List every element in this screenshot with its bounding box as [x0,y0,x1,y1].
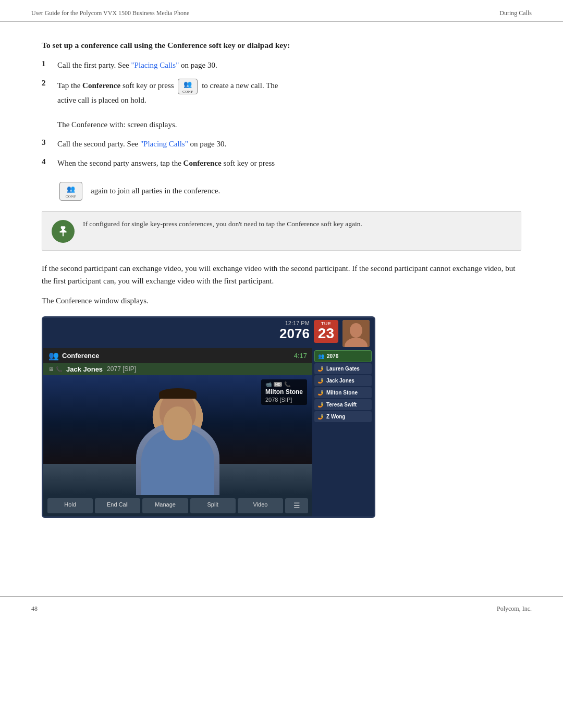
step-4-bold: Conference [183,159,222,167]
phone-time: 12:17 PM [285,320,310,326]
phone-call-icon: 📞 [56,366,62,372]
step-4-text-before: When the second party answers, tap the [57,159,183,167]
contact-name-lauren: Lauren Gates [326,366,360,372]
body [136,422,219,495]
step-num-1: 1 [42,59,50,68]
header-right: During Calls [499,9,532,17]
second-caller-icons: 📹 HD 📞 [265,381,290,387]
step-4-subtext: again to join all parties in the confere… [91,185,220,197]
step-2-subtext: active call is placed on hold. [57,96,146,104]
contact-teresa[interactable]: 🤳 Teresa Swift [314,399,372,410]
step-1: 1 Call the first party. See "Placing Cal… [42,59,521,71]
step-2-text-mid: soft key or press [120,82,174,90]
body-para-1: If the second participant can exchange v… [42,262,521,287]
manage-button[interactable]: Manage [142,498,188,513]
contact-icon-milton: 🤳 [317,390,324,396]
video-button[interactable]: Video [238,498,283,513]
caller-1-num: 2077 [SIP] [107,365,136,373]
day-num: 23 [318,326,334,341]
status-date-box: Tue 23 [314,320,338,343]
step-1-text-after: on page 30. [179,61,217,69]
contact-wong[interactable]: 🤳 Z Wong [314,411,372,422]
conference-bar: 👥 Conference 4:17 [43,348,312,363]
header-left: User Guide for the Polycom VVX 1500 Busi… [31,9,189,17]
contact-2076[interactable]: 👥 2076 [314,350,372,362]
caller-1-name: Jack Jones [66,365,103,373]
screen-share-icon: 🖥 [48,366,54,372]
phone-status-bar: 12:17 PM 2076 Tue 23 [43,318,374,348]
step-1-link[interactable]: "Placing Calls" [131,61,179,69]
pin-svg [56,225,70,238]
steps-list: 1 Call the first party. See "Placing Cal… [42,59,521,201]
contact-jack[interactable]: 🤳 Jack Jones [314,375,372,386]
company-name: Polycom, Inc. [497,605,532,613]
contact-milton[interactable]: 🤳 Milton Stone [314,387,372,398]
conference-icon: 👥 [48,351,59,361]
caller-1-icons: 🖥 📞 [48,366,62,372]
hd-icon: 📹 [265,381,272,387]
step-4: 4 When the second party answers, tap the… [42,157,521,201]
phone-main-area: 👥 Conference 4:17 🖥 📞 Jack Jones 2077 [S… [43,348,374,516]
pin-icon [52,220,75,243]
avatar-svg [342,320,370,347]
step-1-text-before: Call the first party. See [57,61,131,69]
contact-icon-teresa: 🤳 [317,402,324,408]
caller-1-bar: 🖥 📞 Jack Jones 2077 [SIP] [43,363,312,375]
contact-name-wong: Z Wong [326,414,345,419]
phone-ext: 2076 [279,326,310,341]
end-call-button[interactable]: End Call [95,498,140,513]
step-2-subtext2: The Conference with: screen displays. [57,120,177,129]
step-num-3: 3 [42,138,50,147]
caller-2-num: 2078 [SIP] [265,397,292,403]
step-num-2: 2 [42,79,50,88]
page-header: User Guide for the Polycom VVX 1500 Busi… [0,0,563,22]
step-1-content: Call the first party. See "Placing Calls… [57,59,521,71]
step-3-link[interactable]: "Placing Calls" [140,140,188,148]
conf-timer: 4:17 [294,352,307,360]
main-content: To set up a conference call using the Co… [0,22,563,565]
hold-button[interactable]: Hold [47,498,93,513]
step-2-text-before: Tap the [57,82,82,90]
contact-lauren[interactable]: 🤳 Lauren Gates [314,363,372,374]
tie [174,443,181,485]
conf-bar-left: 👥 Conference [48,351,100,361]
step-2-text-after: to create a new call. The [202,82,278,90]
conf-label: Conference [62,352,100,360]
video-area: 📹 HD 📞 Milton Stone 2078 [SIP] [43,375,312,495]
status-time-ext: 12:17 PM 2076 [279,320,310,341]
contact-icon-wong: 🤳 [317,414,324,419]
contact-icon-jack: 🤳 [317,378,324,384]
second-caller-overlay: 📹 HD 📞 Milton Stone 2078 [SIP] [261,379,307,405]
page-footer: 48 Polycom, Inc. [0,596,563,621]
contact-name-teresa: Teresa Swift [326,402,357,408]
phone-screen: 12:17 PM 2076 Tue 23 [42,316,375,518]
split-button[interactable]: Split [190,498,236,513]
hair [159,388,197,399]
step-4-content: When the second party answers, tap the C… [57,157,521,201]
phone-left-panel: 👥 Conference 4:17 🖥 📞 Jack Jones 2077 [S… [43,348,312,516]
conf-people-icon-2: 👥 [67,184,75,194]
avatar [342,320,370,347]
contact-name-jack: Jack Jones [326,378,354,384]
step-3-text-before: Call the second party. See [57,140,140,148]
hd-badge: HD [274,382,282,387]
contact-name-milton: Milton Stone [326,390,358,396]
phone-icon-2: 📞 [284,381,290,387]
step-3: 3 Call the second party. See "Placing Ca… [42,138,521,150]
step-3-text-after: on page 30. [188,140,226,148]
step-num-4: 4 [42,157,50,166]
svg-point-1 [350,323,362,338]
section-heading: To set up a conference call using the Co… [42,41,521,50]
page-number: 48 [31,605,38,613]
menu-button[interactable]: ☰ [285,498,308,513]
conf-people-icon: 👥 [183,79,192,90]
contact-name-2076: 2076 [327,353,338,359]
conf-button-inline: 👥 CONF [178,79,198,94]
phone-buttons: Hold End Call Manage Split Video ☰ [43,495,312,516]
note-text: If configured for single key-press confe… [83,219,362,229]
contact-icon-2076: 👥 [318,353,324,359]
step-4-text-after: soft key or press [222,159,275,167]
contact-icon-lauren: 🤳 [317,366,324,372]
phone-contacts-sidebar: 👥 2076 🤳 Lauren Gates 🤳 Jack Jones 🤳 Mil… [312,348,374,516]
main-video-person: 📹 HD 📞 Milton Stone 2078 [SIP] [43,375,312,495]
